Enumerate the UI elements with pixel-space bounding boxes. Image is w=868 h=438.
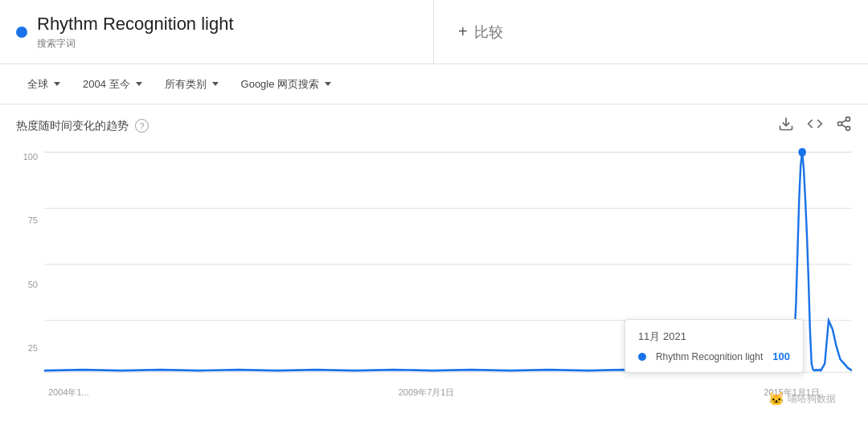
y-axis-labels: 100 75 50 25: [16, 148, 44, 357]
watermark: 🐱 喵嗒狗数据: [768, 391, 836, 407]
term-subtitle: 搜索字词: [37, 37, 234, 51]
y-label-100: 100: [16, 152, 44, 162]
x-axis-labels: 2004年1... 2009年7月1日 2015年1月1日: [16, 383, 852, 399]
term-info: Rhythm Recognition light 搜索字词: [37, 13, 234, 51]
tooltip-row: Rhythm Recognition light 100: [638, 350, 790, 362]
help-icon[interactable]: ?: [135, 119, 149, 133]
chevron-down-icon: [136, 82, 142, 86]
term-title: Rhythm Recognition light: [37, 13, 234, 36]
svg-point-1: [846, 117, 850, 121]
compare-section: + 比较: [434, 23, 868, 42]
x-label-2004: 2004年1...: [48, 387, 89, 399]
filter-region-label: 全球: [27, 77, 48, 92]
chart-section: 热度随时间变化的趋势 ?: [0, 104, 868, 421]
chart-title: 热度随时间变化的趋势: [16, 119, 129, 133]
chart-header: 热度随时间变化的趋势 ?: [16, 104, 852, 144]
share-icon[interactable]: [836, 116, 852, 136]
tooltip-date: 11月 2021: [638, 330, 790, 344]
filter-category[interactable]: 所有类别: [154, 72, 230, 96]
compare-button[interactable]: + 比较: [458, 23, 503, 42]
filter-region[interactable]: 全球: [16, 72, 72, 96]
y-label-25: 25: [16, 343, 44, 353]
chevron-down-icon: [212, 82, 219, 86]
svg-line-5: [841, 120, 846, 122]
embed-icon[interactable]: [807, 116, 823, 136]
compare-label: 比较: [474, 23, 503, 42]
filter-bar: 全球 2004 至今 所有类别 Google 网页搜索: [0, 64, 868, 104]
term-color-dot: [16, 27, 27, 38]
filter-type-label: Google 网页搜索: [241, 77, 320, 92]
compare-plus-icon: +: [458, 23, 468, 41]
svg-line-4: [841, 125, 846, 127]
tooltip-dot: [638, 353, 646, 361]
header: Rhythm Recognition light 搜索字词 + 比较: [0, 0, 868, 64]
filter-period[interactable]: 2004 至今: [72, 72, 154, 96]
chart-tooltip: 11月 2021 Rhythm Recognition light 100: [624, 319, 804, 373]
chart-actions: [778, 116, 852, 136]
chevron-down-icon: [54, 82, 60, 86]
svg-point-3: [846, 126, 850, 130]
peak-dot: [798, 148, 806, 157]
filter-category-label: 所有类别: [165, 77, 207, 92]
svg-point-2: [838, 122, 842, 126]
download-icon[interactable]: [778, 116, 794, 136]
y-label-75: 75: [16, 215, 44, 225]
tooltip-value: 100: [772, 350, 790, 362]
tooltip-term: Rhythm Recognition light: [656, 351, 763, 362]
chart-container: 100 75 50 25 2004年1... 2009年7月1日 2015年1月…: [16, 148, 852, 421]
search-term-section: Rhythm Recognition light 搜索字词: [0, 0, 434, 63]
watermark-text: 喵嗒狗数据: [788, 392, 836, 406]
chevron-down-icon: [325, 82, 331, 86]
filter-period-label: 2004 至今: [83, 77, 130, 92]
filter-type[interactable]: Google 网页搜索: [230, 72, 343, 96]
y-label-50: 50: [16, 280, 44, 289]
chart-title-area: 热度随时间变化的趋势 ?: [16, 119, 149, 133]
x-label-2009: 2009年7月1日: [399, 387, 455, 399]
